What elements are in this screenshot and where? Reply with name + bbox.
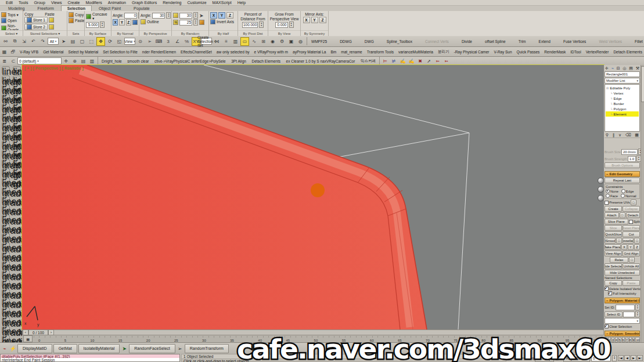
smoothing-group-button[interactable]: 4 xyxy=(615,337,618,342)
btn-set-selection-filter[interactable]: Set Selection to Filte xyxy=(100,50,140,54)
store2-paste-icon[interactable] xyxy=(49,24,54,30)
constraint-none-radio[interactable] xyxy=(606,189,610,193)
pivot-percent-spinner[interactable] xyxy=(259,21,264,28)
material-ids-rollout[interactable]: −Polygon: Material IDs xyxy=(605,298,640,303)
material-name-dropdown[interactable] xyxy=(605,318,640,324)
surface-threshold-spinner[interactable] xyxy=(100,21,105,28)
stack-edge[interactable]: └Edge xyxy=(606,96,639,101)
detach-button[interactable]: Detach xyxy=(626,212,641,218)
modifier-list-dropdown[interactable]: Modifier List xyxy=(605,78,640,84)
tab-selection[interactable]: Selection xyxy=(61,5,92,11)
script-icon[interactable]: linear-gradient(135deg,#4868c8,#c0d0f0) xyxy=(13,75,21,84)
delete-icon[interactable]: ✖ xyxy=(416,57,424,66)
script-extend[interactable]: Extend xyxy=(537,39,553,44)
selection-filter-dropdown[interactable]: All xyxy=(48,38,59,45)
material-editor-icon[interactable]: ◉ xyxy=(268,37,277,46)
menu-views[interactable]: Views xyxy=(51,1,62,5)
go-to-start-button[interactable]: |◀ xyxy=(618,355,624,361)
slice-plane-button[interactable]: Slice Plane xyxy=(605,219,628,225)
hierarchy-tab-icon[interactable]: ⊟ xyxy=(617,66,620,71)
grid-align-button[interactable]: Grid Align xyxy=(623,251,640,256)
menu-customize[interactable]: Customize xyxy=(187,1,206,5)
btn-vray-vfb[interactable]: V-Ray VFB xyxy=(17,50,41,54)
script-trim[interactable]: Trim xyxy=(516,39,528,44)
tessellate-settings-button[interactable]: □ xyxy=(634,238,640,244)
create-tab-icon[interactable]: ✛ xyxy=(605,66,609,71)
script-icon[interactable]: linear-gradient(135deg,#c03828,#e8b838) xyxy=(2,140,10,149)
render-setup-icon[interactable]: ⚙ xyxy=(278,37,286,46)
menu-group[interactable]: Group xyxy=(34,1,45,5)
modify-tab-icon[interactable]: ⌁ xyxy=(611,66,614,71)
select-and-rotate-icon[interactable]: ⟳ xyxy=(106,37,114,46)
clear-selection-checkbox[interactable] xyxy=(605,324,609,328)
script-icon[interactable]: linear-gradient(135deg,#c83828,#f0b0a0) xyxy=(13,85,21,93)
script-wmpf25[interactable]: WMPF25 xyxy=(309,39,329,44)
script-fillet[interactable]: Fillet xyxy=(632,39,644,44)
smoothing-group-button[interactable]: 7 xyxy=(625,337,628,342)
view-grow-field[interactable]: 0.000 xyxy=(275,22,288,28)
script-weld-vertices[interactable]: Weld Vertices xyxy=(596,39,624,44)
msmooth-button[interactable]: MSmooth xyxy=(605,238,616,244)
layer-list-icon[interactable]: ≣ xyxy=(0,57,9,66)
btn-isolate-by-material[interactable]: IsolateByMaterial xyxy=(78,344,120,353)
layer-add-icon[interactable]: ✛ xyxy=(62,57,70,66)
layer-select-icon[interactable]: ⊕ xyxy=(70,57,79,66)
redo-icon[interactable]: ↷ xyxy=(38,37,47,46)
btn-quick-passes[interactable]: Quick Passes xyxy=(515,50,542,54)
non-quads-button[interactable]: Non-Quads xyxy=(1,24,21,30)
attach-settings-button[interactable]: □ xyxy=(620,212,625,218)
ribbon-toggle-icon[interactable]: ▭ xyxy=(240,37,249,46)
script-connect-verts[interactable]: Connect Verts xyxy=(423,39,451,44)
btn-select-by-material[interactable]: Select by Material xyxy=(66,50,101,54)
nav-orb-icon[interactable] xyxy=(598,186,604,193)
persp-angle-field[interactable]: 30 xyxy=(152,13,165,19)
menu-edit[interactable]: Edit xyxy=(6,1,13,5)
btn-mix-cafe[interactable]: 믹스커페 xyxy=(358,59,378,64)
maxscript-mini-listener[interactable]: ditablePoly.SetSelection #Face #{1..392}… xyxy=(0,354,180,362)
menu-tools[interactable]: Tools xyxy=(19,1,28,5)
msmooth-settings-button[interactable]: □ xyxy=(616,238,622,244)
tab-freeform[interactable]: Freeform xyxy=(31,6,59,11)
play-button[interactable]: ▶ xyxy=(631,355,636,361)
display-tab-icon[interactable]: ▤ xyxy=(629,66,633,71)
script-icon[interactable]: linear-gradient(135deg,#d04828,#182880) xyxy=(2,252,10,260)
open-mini-curve-editor-icon[interactable]: ▦ xyxy=(23,335,33,342)
stack-editable-poly[interactable]: ⊟Editable Poly xyxy=(606,85,639,91)
angle-snap-icon[interactable]: ∠ xyxy=(173,37,182,46)
window-crossing-icon[interactable]: ⬚ xyxy=(87,37,96,46)
layer-props-icon[interactable]: ▤ xyxy=(79,57,88,66)
persp-angle-spinner[interactable] xyxy=(166,12,171,19)
motion-tab-icon[interactable]: ◎ xyxy=(623,66,626,71)
script-icon[interactable]: linear-gradient(135deg,#e8b030,#903010) xyxy=(2,261,10,269)
pen-red-icon[interactable]: ✍ xyxy=(398,57,407,66)
panel-footer-select[interactable]: Select ▾ xyxy=(0,30,23,36)
normal-grid-icon[interactable] xyxy=(132,20,138,25)
random-count-spinner[interactable] xyxy=(193,12,198,19)
show-end-result-icon[interactable]: ∥ xyxy=(613,133,615,137)
split-checkbox[interactable] xyxy=(629,220,633,224)
script-icon[interactable]: linear-gradient(135deg,#38a048,#c8e040) xyxy=(2,298,10,306)
script-icon[interactable]: linear-gradient(135deg,#e0d040,#b02020) xyxy=(2,242,10,251)
btn-detach-elements[interactable]: Detach Elements xyxy=(611,50,644,54)
edit-geometry-rollout[interactable]: −Edit Geometry xyxy=(605,171,640,177)
align-blue-icon[interactable]: ⊭ xyxy=(390,57,398,66)
script-icon[interactable]: linear-gradient(135deg,#b0b0a8,#606058) xyxy=(13,94,21,102)
make-planar-button[interactable]: Make Planar xyxy=(605,244,621,250)
vray-fb-icon[interactable]: 🗗 xyxy=(9,48,17,56)
align-icon[interactable]: ≡ xyxy=(222,37,231,46)
select-and-scale-icon[interactable]: ◱ xyxy=(115,37,124,46)
layer-new-icon[interactable]: ⊂ xyxy=(9,57,17,66)
planar-z-button[interactable]: Z xyxy=(634,244,640,250)
script-divide[interactable]: Divide xyxy=(459,39,474,44)
select-manipulate-icon[interactable]: ➢ xyxy=(145,37,154,46)
stack-border[interactable]: └Border xyxy=(606,101,639,106)
open-button[interactable]: Open xyxy=(1,18,21,23)
attach-button[interactable]: Attach xyxy=(605,212,619,218)
vray-icon[interactable]: ▦ xyxy=(0,48,9,56)
percent-snap-icon[interactable]: % xyxy=(182,37,191,46)
btn-mat-rename[interactable]: mat_rename xyxy=(339,50,365,54)
view-grow-spinner[interactable] xyxy=(289,21,294,28)
script-icon[interactable]: linear-gradient(135deg,#e05a30,#7a1800) xyxy=(2,103,10,111)
pin-stack-icon[interactable]: ⚲ xyxy=(606,133,609,137)
script-spline-toolbox[interactable]: Spline_Toolbox xyxy=(384,39,415,44)
